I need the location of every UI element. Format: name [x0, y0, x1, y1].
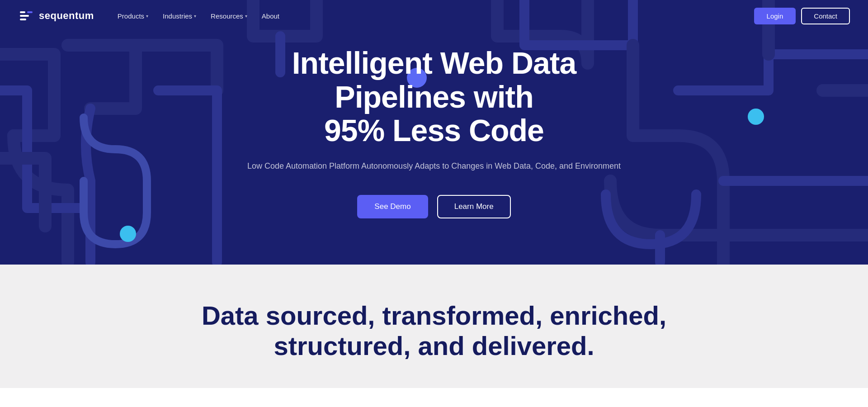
see-demo-button[interactable]: See Demo — [357, 195, 428, 218]
decorative-dot-3 — [120, 226, 136, 242]
logo-link[interactable]: sequentum — [18, 8, 94, 24]
navigation: sequentum Products ▾ Industries ▾ Resour… — [0, 0, 868, 32]
nav-item-resources[interactable]: Resources ▾ — [205, 9, 253, 24]
nav-link-about[interactable]: About — [256, 9, 285, 24]
nav-link-industries[interactable]: Industries ▾ — [157, 9, 202, 24]
nav-link-resources[interactable]: Resources ▾ — [205, 9, 253, 24]
svg-rect-0 — [20, 11, 25, 13]
chevron-down-icon: ▾ — [245, 14, 247, 19]
nav-link-products[interactable]: Products ▾ — [112, 9, 154, 24]
nav-links: Products ▾ Industries ▾ Resources ▾ Abou… — [112, 9, 285, 24]
learn-more-button[interactable]: Learn More — [437, 195, 511, 218]
login-button[interactable]: Login — [754, 8, 796, 24]
contact-button[interactable]: Contact — [801, 8, 850, 24]
hero-subtitle: Low Code Automation Platform Autonomousl… — [240, 160, 628, 172]
hero-title: Intelligent Web Data Pipelines with 95% … — [240, 46, 628, 147]
chevron-down-icon: ▾ — [146, 14, 148, 19]
svg-rect-1 — [20, 15, 29, 17]
chevron-down-icon: ▾ — [194, 14, 196, 19]
lower-section: Data sourced, transformed, enriched, str… — [0, 265, 868, 388]
hero-cta-buttons: See Demo Learn More — [240, 195, 628, 218]
logo-icon — [18, 8, 34, 24]
lower-title: Data sourced, transformed, enriched, str… — [18, 301, 850, 361]
nav-right: Login Contact — [754, 8, 850, 24]
nav-item-industries[interactable]: Industries ▾ — [157, 9, 202, 24]
svg-rect-3 — [27, 11, 33, 13]
hero-content: Intelligent Web Data Pipelines with 95% … — [231, 46, 637, 218]
nav-item-about[interactable]: About — [256, 9, 285, 24]
decorative-dot-2 — [748, 109, 764, 125]
nav-item-products[interactable]: Products ▾ — [112, 9, 154, 24]
hero-section: Intelligent Web Data Pipelines with 95% … — [0, 0, 868, 265]
brand-name: sequentum — [39, 10, 94, 22]
svg-rect-2 — [20, 19, 26, 20]
